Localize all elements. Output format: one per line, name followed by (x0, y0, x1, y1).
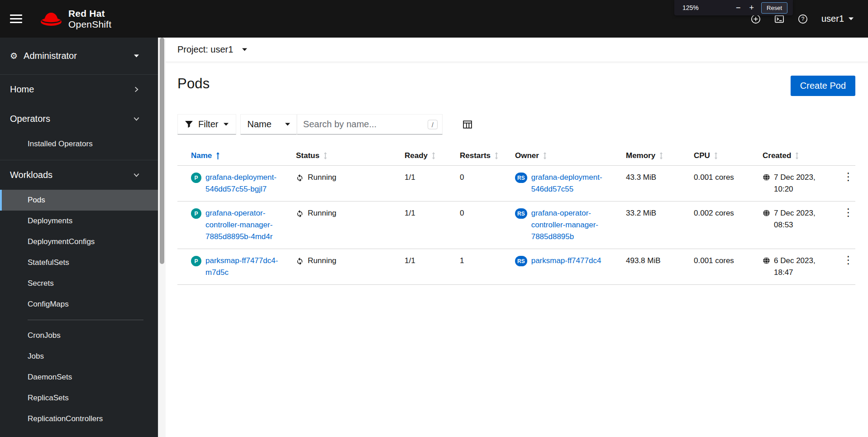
main-content: Project: user1 Pods Create Pod Filter Na… (166, 38, 868, 437)
globe-icon (763, 257, 770, 264)
cpu-cell: 0.001 cores (688, 166, 757, 202)
restarts-cell: 1 (454, 249, 510, 285)
user-menu[interactable]: user1 (821, 14, 854, 24)
sort-icon (324, 152, 327, 159)
zoom-in-button[interactable]: + (748, 4, 756, 12)
kebab-menu-button[interactable]: ⋮ (839, 255, 857, 265)
ready-cell: 1/1 (399, 202, 454, 249)
sidebar-item-replicationcontrollers[interactable]: ReplicationControllers (0, 408, 158, 429)
globe-icon (763, 173, 770, 181)
sidebar-item-workloads[interactable]: Workloads (0, 160, 158, 190)
user-menu-label: user1 (821, 14, 844, 24)
pod-name-link[interactable]: parksmap-ff7477dc4-m7d5c (205, 255, 285, 279)
manage-columns-button[interactable] (463, 120, 472, 129)
column-header-restarts[interactable]: Restarts (454, 147, 510, 166)
ready-cell: 1/1 (399, 166, 454, 202)
created-text: 7 Dec 2023, 08:53 (774, 207, 829, 231)
column-header-owner[interactable]: Owner (510, 147, 620, 166)
app-body: ⚙ Administrator Home Operators Installed (0, 38, 868, 437)
column-header-ready[interactable]: Ready (399, 147, 454, 166)
sidebar-item-deployments[interactable]: Deployments (0, 211, 158, 231)
chevron-down-icon (133, 115, 140, 122)
redhat-openshift-logo: Red Hat OpenShift (40, 8, 111, 30)
sync-icon (296, 174, 304, 182)
project-bar: Project: user1 (166, 38, 868, 62)
memory-cell: 43.3 MiB (620, 166, 688, 202)
sidebar: ⚙ Administrator Home Operators Installed (0, 38, 158, 437)
search-input[interactable] (297, 114, 443, 134)
created-cell: 7 Dec 2023, 08:53 (763, 207, 829, 231)
column-header-cpu[interactable]: CPU (688, 147, 757, 166)
help-icon[interactable]: ? (798, 14, 808, 24)
owner-link[interactable]: grafana-deployment-546dd57c55 (531, 172, 615, 195)
replicaset-badge: RS (515, 208, 527, 219)
project-selector-caret-icon[interactable] (242, 48, 247, 51)
nav-toggle-button[interactable] (10, 10, 28, 28)
column-header-status[interactable]: Status (291, 147, 399, 166)
shortcut-hint: / (428, 120, 438, 129)
status-cell: Running (296, 172, 394, 183)
create-pod-button[interactable]: Create Pod (791, 76, 855, 96)
sort-icon (543, 152, 547, 159)
cpu-cell: 0.002 cores (688, 202, 757, 249)
created-cell: 6 Dec 2023, 18:47 (763, 255, 829, 279)
sidebar-item-operators[interactable]: Operators (0, 104, 158, 134)
sidebar-item-cronjobs[interactable]: CronJobs (0, 325, 158, 346)
project-selector-label: Project: user1 (177, 44, 233, 55)
caret-down-icon (134, 54, 139, 58)
nav-divider (28, 320, 143, 320)
zoom-indicator-popup: 125% − + Reset (674, 0, 793, 15)
hamburger-icon (10, 14, 22, 16)
sidebar-item-replicasets[interactable]: ReplicaSets (0, 388, 158, 408)
created-text: 6 Dec 2023, 18:47 (774, 255, 829, 279)
created-text: 7 Dec 2023, 10:20 (774, 172, 829, 195)
sync-icon (296, 210, 304, 217)
owner-link[interactable]: parksmap-ff7477dc4 (531, 255, 601, 267)
columns-icon (463, 120, 472, 129)
table-row: P grafana-operator-controller-manager-78… (177, 202, 855, 249)
redhat-hat-icon (40, 11, 62, 27)
masthead: Red Hat OpenShift ? user1 (0, 0, 868, 38)
sidebar-scrollbar[interactable] (158, 38, 166, 437)
perspective-switcher[interactable]: ⚙ Administrator (0, 38, 158, 75)
restarts-cell: 0 (454, 202, 510, 249)
status-cell: Running (296, 207, 394, 219)
sidebar-item-secrets[interactable]: Secrets (0, 273, 158, 294)
filter-dropdown[interactable]: Filter (177, 114, 236, 134)
search-attribute-dropdown[interactable]: Name (240, 114, 296, 134)
kebab-menu-button[interactable]: ⋮ (839, 172, 857, 182)
column-header-created[interactable]: Created (757, 147, 834, 166)
globe-icon (763, 209, 770, 217)
column-header-name[interactable]: Name (177, 147, 291, 166)
ready-cell: 1/1 (399, 249, 454, 285)
column-header-actions (834, 147, 855, 166)
sidebar-item-home[interactable]: Home (0, 75, 158, 104)
sidebar-item-daemonsets[interactable]: DaemonSets (0, 367, 158, 388)
pods-table: Name Status (177, 147, 855, 285)
sort-icon (714, 152, 718, 159)
page-header: Pods Create Pod (166, 62, 868, 96)
zoom-reset-button[interactable]: Reset (761, 2, 787, 14)
status-text: Running (308, 172, 336, 183)
sidebar-item-configmaps[interactable]: ConfigMaps (0, 294, 158, 315)
sidebar-item-deploymentconfigs[interactable]: DeploymentConfigs (0, 231, 158, 252)
pod-badge: P (191, 208, 201, 219)
replicaset-badge: RS (515, 256, 527, 266)
column-header-memory[interactable]: Memory (620, 147, 688, 166)
owner-link[interactable]: grafana-operator-controller-manager-7885… (531, 207, 615, 243)
brand-line1: Red Hat (68, 8, 111, 19)
sidebar-item-statefulsets[interactable]: StatefulSets (0, 252, 158, 273)
memory-cell: 493.8 MiB (620, 249, 688, 285)
pod-name-link[interactable]: grafana-operator-controller-manager-7885… (205, 207, 285, 243)
scrollbar-thumb[interactable] (160, 38, 164, 264)
sort-icon (795, 152, 799, 159)
sidebar-item-pods[interactable]: Pods (0, 190, 158, 211)
created-cell: 7 Dec 2023, 10:20 (763, 172, 829, 195)
pod-name-link[interactable]: grafana-deployment-546dd57c55-bgjl7 (205, 172, 285, 195)
brand-line2: OpenShift (68, 19, 111, 30)
sidebar-item-installed-operators[interactable]: Installed Operators (0, 134, 158, 154)
toolbar: Filter Name / (166, 96, 868, 134)
sidebar-item-jobs[interactable]: Jobs (0, 346, 158, 367)
kebab-menu-button[interactable]: ⋮ (839, 207, 857, 217)
zoom-out-button[interactable]: − (734, 4, 742, 12)
